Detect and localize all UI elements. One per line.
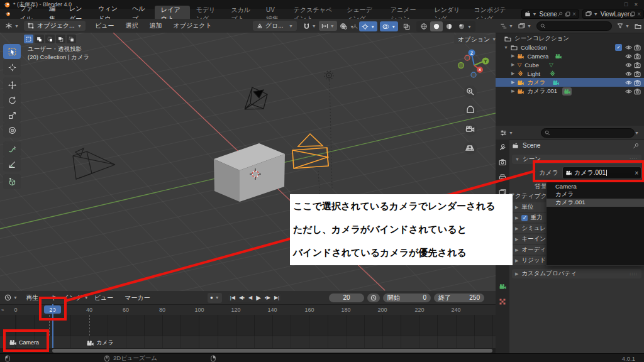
outliner-search-input[interactable] (536, 21, 612, 31)
clear-field-icon[interactable]: × (635, 170, 638, 177)
disable-render-icon[interactable] (634, 62, 641, 69)
hide-eye-icon[interactable] (625, 62, 632, 69)
transform-orientation-dropdown[interactable]: グロ... ▼ (253, 21, 297, 31)
next-keyframe-button[interactable]: ▪▶ (265, 295, 270, 300)
pin-icon[interactable] (633, 143, 639, 149)
dropdown-item-kamera-001[interactable]: カメラ.001 (547, 199, 644, 207)
gizmo-z-neg[interactable] (471, 72, 476, 77)
editor-type-viewport-button[interactable]: ▼ (3, 21, 21, 31)
snap-button[interactable]: ▼ (301, 21, 319, 31)
gizmos-toggle[interactable]: ▼ (359, 21, 377, 31)
mode-dropdown[interactable]: オブジェク... ▼ (24, 21, 86, 31)
prev-keyframe-button[interactable]: ◀▪ (239, 295, 245, 300)
tab-render[interactable] (497, 157, 508, 167)
shading-material-button[interactable] (443, 21, 455, 31)
camera-id-field[interactable]: カメラ.001 × (562, 167, 641, 179)
disable-render-icon[interactable] (634, 79, 641, 86)
shading-solid-button[interactable] (430, 21, 443, 31)
disable-render-icon[interactable] (634, 44, 641, 51)
timeline-tracks[interactable] (0, 315, 496, 336)
select-mode-subtract[interactable] (45, 35, 55, 43)
select-mode-extend[interactable] (35, 35, 44, 43)
disclosure-icon[interactable]: ▶ (511, 89, 514, 94)
disclosure-icon[interactable]: ▶ (511, 71, 514, 76)
viewlayer-selector[interactable]: ▼ ViewLayer × (582, 9, 644, 19)
timeline-ruler[interactable]: 0 40 60 80 100 120 140 160 180 200 220 2… (0, 305, 496, 315)
jump-start-button[interactable]: |◀ (230, 295, 235, 300)
viewport-menu-view[interactable]: ビュー (89, 21, 119, 31)
show-object-types-dropdown[interactable]: ▼ (338, 21, 357, 31)
playhead-line[interactable] (52, 304, 53, 348)
disclosure-icon[interactable]: ▶ (511, 62, 514, 67)
window-controls[interactable]: □ × (625, 1, 640, 8)
timeline-menu-view[interactable]: ビュー (89, 293, 119, 303)
hide-eye-icon[interactable] (625, 79, 632, 86)
properties-options-chevron[interactable]: ▼ (635, 131, 639, 135)
disable-render-icon[interactable] (634, 88, 641, 95)
tab-output[interactable] (497, 172, 508, 182)
disable-render-icon[interactable] (634, 53, 641, 60)
frame-end-field[interactable]: 終了250 (434, 293, 484, 302)
new-collection-button[interactable] (632, 21, 644, 31)
scrollbar-thumb[interactable] (52, 349, 492, 353)
outliner-filter-id-type[interactable]: ▼ (516, 21, 534, 31)
timeline-menu-marker[interactable]: マーカー (119, 293, 155, 303)
outliner-row-camera[interactable]: ▶ Camera (496, 52, 644, 60)
gizmo-y-neg[interactable] (458, 63, 464, 69)
marker-kamera[interactable]: カメラ (86, 339, 114, 347)
marker-camera[interactable]: Camera (9, 339, 39, 346)
use-preview-range-button[interactable] (367, 293, 380, 302)
xray-toggle[interactable] (401, 21, 413, 31)
dropdown-item-kamera[interactable]: カメラ (547, 190, 644, 199)
shading-rendered-button[interactable]: ▼ (455, 21, 474, 31)
tool-cursor[interactable] (3, 60, 21, 75)
tool-add-cube[interactable] (3, 174, 21, 189)
new-scene-icon[interactable] (565, 11, 570, 17)
outliner-row-cube[interactable]: ▶ ▽ Cube ▽ (496, 60, 644, 69)
timeline-editor-type[interactable]: ▼ (2, 293, 20, 303)
hide-eye-icon[interactable] (625, 88, 632, 95)
outliner-row-kamera-selected[interactable]: ▶ カメラ (496, 78, 644, 87)
tool-move[interactable] (3, 77, 21, 92)
outliner-row-collection[interactable]: ▼ Collection ✓ (496, 43, 644, 52)
jump-end-button[interactable]: ▶| (274, 295, 279, 300)
auto-keying-button[interactable]: ●▼ (208, 293, 222, 303)
tab-object-data[interactable] (497, 282, 508, 292)
tool-select-box[interactable] (3, 44, 21, 59)
options-dropdown[interactable]: オプション ▼ (454, 35, 500, 44)
timeline-marker-strip[interactable]: Camera カメラ (0, 336, 496, 349)
outliner-display-mode[interactable]: ▼ (497, 21, 516, 31)
app-menu-icon[interactable] (5, 10, 10, 18)
properties-search-input[interactable] (541, 128, 635, 138)
timeline-menu-keying[interactable]: キーイング (45, 293, 88, 303)
new-viewlayer-icon[interactable] (630, 11, 635, 17)
disclosure-icon[interactable]: ▶ (511, 80, 514, 85)
timeline-expand-icon[interactable]: » (1, 307, 4, 313)
select-mode-invert[interactable] (56, 35, 65, 43)
dropdown-item-camera[interactable]: Camera (547, 182, 644, 190)
disclosure-icon[interactable]: ▶ (511, 53, 514, 58)
collection-checkbox[interactable]: ✓ (615, 44, 622, 51)
viewport-menu-object[interactable]: オブジェクト (167, 21, 217, 31)
disclosure-icon[interactable]: ▼ (504, 45, 508, 50)
hide-eye-icon[interactable] (625, 70, 632, 77)
outliner-row-light[interactable]: ▶ Light (496, 69, 644, 78)
gravity-checkbox[interactable]: ✓ (521, 215, 528, 221)
section-scene[interactable]: ▼シーン :::: (512, 155, 641, 164)
timeline-scrollbar[interactable] (0, 348, 496, 353)
hide-eye-icon[interactable] (625, 44, 632, 51)
pin-icon[interactable] (557, 11, 563, 17)
viewport-menu-select[interactable]: 選択 (119, 21, 143, 31)
tab-texture[interactable] (497, 297, 508, 307)
tool-scale[interactable] (3, 107, 21, 123)
prev-frame-button[interactable]: ◀ (248, 295, 252, 300)
current-frame-field[interactable]: 20 (329, 293, 364, 302)
disable-render-icon[interactable] (634, 70, 641, 77)
close-icon[interactable]: × (572, 11, 576, 18)
select-mode-intersect[interactable] (67, 35, 76, 43)
select-mode-new[interactable] (24, 35, 33, 43)
outliner-filter-button[interactable]: ▼ (614, 21, 632, 31)
scene-selector[interactable]: ▼ Scene × (521, 9, 579, 19)
hide-eye-icon[interactable] (625, 53, 632, 60)
gizmo-x-neg[interactable] (465, 55, 470, 60)
